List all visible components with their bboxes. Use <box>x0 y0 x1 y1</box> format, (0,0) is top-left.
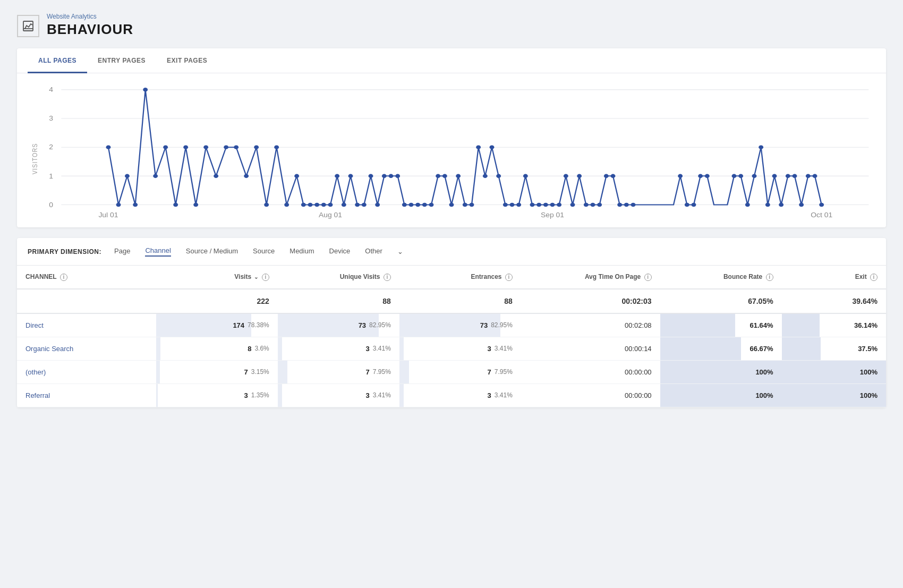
svg-point-45 <box>348 174 353 178</box>
unique-pct: 82.95% <box>369 321 391 329</box>
entrances-value: 7 <box>488 368 491 376</box>
svg-point-40 <box>314 203 319 207</box>
svg-point-56 <box>422 203 427 207</box>
channel-link[interactable]: Referral <box>25 391 50 399</box>
pd-more-button[interactable]: ⌄ <box>397 248 403 255</box>
th-avg-info[interactable]: i <box>644 274 652 281</box>
svg-point-54 <box>409 203 414 207</box>
exit-value: 37.5% <box>858 345 878 353</box>
th-unique-info[interactable]: i <box>384 274 391 281</box>
svg-point-72 <box>530 203 535 207</box>
th-entrances-info[interactable]: i <box>505 274 513 281</box>
pd-page[interactable]: Page <box>114 247 130 256</box>
svg-point-42 <box>328 203 333 207</box>
table-row: Organic Search83.6%33.41%33.41%00:00:146… <box>17 337 886 360</box>
totals-row: 222 88 88 00:02:03 67.05% 39.64% <box>17 289 886 313</box>
svg-point-79 <box>577 174 582 178</box>
page-title: BEHAVIOUR <box>47 21 133 38</box>
page-wrapper: Website Analytics BEHAVIOUR ALL PAGES EN… <box>0 0 903 431</box>
unique-value: 7 <box>366 368 370 376</box>
pd-medium[interactable]: Medium <box>289 247 314 256</box>
channel-link[interactable]: (other) <box>25 368 46 376</box>
th-visits-label: Visits <box>234 273 251 280</box>
cell-unique-visits: 77.95% <box>278 360 399 384</box>
svg-point-80 <box>584 203 589 207</box>
svg-point-27 <box>193 203 198 207</box>
svg-point-65 <box>483 174 488 178</box>
entrances-pct: 3.41% <box>495 345 513 352</box>
table-row: (other)73.15%77.95%77.95%00:00:00100%100… <box>17 360 886 384</box>
th-exit-info[interactable]: i <box>870 274 878 281</box>
svg-text:VISITORS: VISITORS <box>31 143 38 174</box>
tab-all-pages[interactable]: ALL PAGES <box>28 48 87 73</box>
th-bounce-label: Bounce Rate <box>723 273 762 280</box>
svg-point-105 <box>813 174 817 178</box>
pd-device[interactable]: Device <box>329 247 351 256</box>
svg-point-106 <box>819 203 824 207</box>
pd-source[interactable]: Source <box>253 247 275 256</box>
pd-channel[interactable]: Channel <box>145 246 171 257</box>
chevron-down-icon: ⌄ <box>397 248 403 255</box>
svg-point-77 <box>564 174 568 178</box>
th-visits-info[interactable]: i <box>262 274 269 281</box>
th-avg-time-label: Avg Time On Page <box>585 273 641 280</box>
primary-dimension-bar: PRIMARY DIMENSION: Page Channel Source /… <box>17 238 886 266</box>
svg-rect-0 <box>23 21 33 31</box>
visits-pct: 78.38% <box>248 321 269 329</box>
svg-point-20 <box>125 174 130 178</box>
svg-text:3: 3 <box>49 115 53 122</box>
svg-point-97 <box>759 145 763 149</box>
svg-text:Aug 01: Aug 01 <box>319 211 342 219</box>
svg-point-35 <box>274 145 279 149</box>
svg-text:1: 1 <box>49 173 53 180</box>
cell-unique-visits: 33.41% <box>278 384 399 407</box>
svg-point-28 <box>203 145 208 149</box>
channel-link[interactable]: Organic Search <box>25 345 73 353</box>
svg-point-19 <box>116 203 121 207</box>
svg-point-43 <box>335 174 339 178</box>
entrances-value: 3 <box>488 345 491 353</box>
svg-text:Oct 01: Oct 01 <box>811 211 832 219</box>
svg-point-99 <box>772 174 777 178</box>
entrances-pct: 7.95% <box>495 368 513 376</box>
tab-exit-pages[interactable]: EXIT PAGES <box>156 48 218 73</box>
svg-point-41 <box>321 203 326 207</box>
svg-point-66 <box>490 145 495 149</box>
svg-point-36 <box>284 203 289 207</box>
svg-point-102 <box>793 174 797 178</box>
cell-avg-time: 00:00:00 <box>521 360 660 384</box>
svg-point-86 <box>624 203 629 207</box>
th-channel-info[interactable]: i <box>60 274 67 281</box>
chart-container: 0 1 2 3 4 VISITORS Jul 01 Aug 01 Sep 01 … <box>17 73 886 227</box>
cell-bounce-rate: 100% <box>660 384 782 407</box>
svg-point-67 <box>496 174 501 178</box>
th-bounce-info[interactable]: i <box>766 274 773 281</box>
visits-pct: 1.35% <box>251 391 269 399</box>
svg-point-98 <box>765 203 770 207</box>
line-chart: 0 1 2 3 4 VISITORS Jul 01 Aug 01 Sep 01 … <box>28 84 875 222</box>
pd-other[interactable]: Other <box>365 247 382 256</box>
bounce-value: 66.67% <box>750 345 773 353</box>
chart-card: ALL PAGES ENTRY PAGES EXIT PAGES 0 1 2 <box>17 48 886 227</box>
tab-entry-pages[interactable]: ENTRY PAGES <box>87 48 156 73</box>
bounce-value: 100% <box>755 368 773 376</box>
svg-point-88 <box>678 174 683 178</box>
table-row: Direct17478.38%7382.95%7382.95%00:02:086… <box>17 313 886 337</box>
svg-point-84 <box>611 174 616 178</box>
svg-point-60 <box>449 203 454 207</box>
svg-point-30 <box>224 145 228 149</box>
svg-point-81 <box>591 203 595 207</box>
svg-point-71 <box>523 174 528 178</box>
svg-point-104 <box>806 174 811 178</box>
th-channel: CHANNEL i <box>17 266 156 289</box>
table-header-row: CHANNEL i Visits ⌄ i Unique Visits i Ent… <box>17 266 886 289</box>
svg-point-101 <box>786 174 790 178</box>
visits-pct: 3.6% <box>254 345 269 352</box>
cell-channel: Organic Search <box>17 337 156 360</box>
channel-link[interactable]: Direct <box>25 321 44 329</box>
svg-point-96 <box>752 174 757 178</box>
svg-point-94 <box>738 174 743 178</box>
pd-source-medium[interactable]: Source / Medium <box>186 247 238 256</box>
svg-point-73 <box>536 203 541 207</box>
svg-point-89 <box>685 203 689 207</box>
